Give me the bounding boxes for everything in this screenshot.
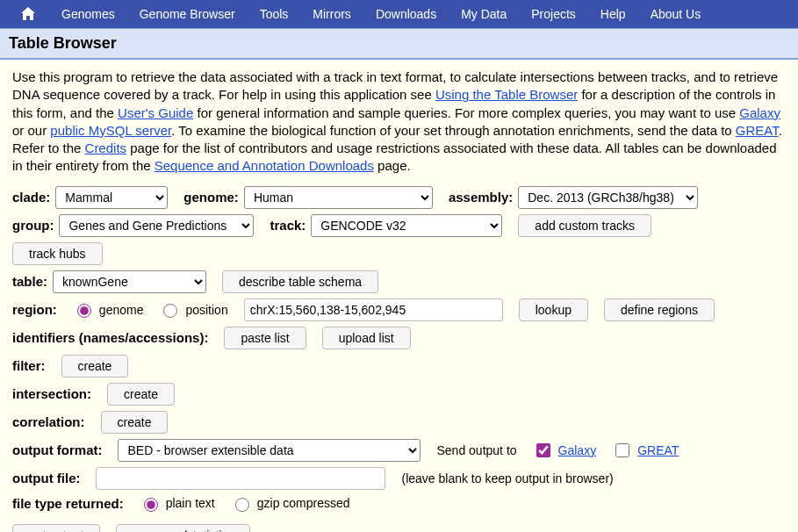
genome-label: genome:: [183, 190, 239, 205]
position-input[interactable]: [244, 298, 503, 321]
home-icon[interactable]: [7, 6, 49, 22]
link-using-table-browser[interactable]: Using the Table Browser: [435, 87, 578, 102]
correlation-create-button[interactable]: create: [101, 411, 169, 434]
nav-projects[interactable]: Projects: [519, 0, 588, 28]
content-area: Use this program to retrieve the data as…: [0, 60, 798, 532]
nav-tools[interactable]: Tools: [248, 0, 301, 28]
output-format-label: output format:: [12, 442, 102, 457]
table-select[interactable]: knownGene: [53, 270, 206, 293]
identifiers-label: identifiers (names/accessions):: [12, 330, 208, 345]
output-file-input[interactable]: [96, 467, 385, 490]
send-great-checkbox[interactable]: [615, 443, 629, 457]
send-great-link[interactable]: GREAT: [637, 443, 679, 457]
correlation-label: correlation:: [12, 414, 85, 429]
intersection-label: intersection:: [12, 386, 91, 401]
group-select[interactable]: Genes and Gene Predictions: [59, 214, 254, 237]
send-output-label: Send output to: [436, 443, 516, 457]
nav-help[interactable]: Help: [588, 0, 638, 28]
top-nav: Genomes Genome Browser Tools Mirrors Dow…: [0, 0, 798, 28]
link-mysql[interactable]: public MySQL server: [50, 123, 171, 138]
output-file-note: (leave blank to keep output in browser): [401, 471, 613, 485]
link-seq-downloads[interactable]: Sequence and Annotation Downloads: [155, 158, 374, 173]
track-hubs-button[interactable]: track hubs: [12, 242, 103, 265]
get-output-button[interactable]: get output: [12, 524, 100, 533]
region-position-radio[interactable]: [163, 304, 177, 318]
region-position-option[interactable]: position: [159, 301, 227, 318]
clade-select[interactable]: Mammal: [55, 186, 168, 209]
lookup-button[interactable]: lookup: [519, 298, 588, 321]
file-type-gzip-radio[interactable]: [235, 498, 249, 512]
nav-genome-browser[interactable]: Genome Browser: [127, 0, 248, 28]
summary-button[interactable]: summary/statistics: [116, 524, 250, 533]
describe-schema-button[interactable]: describe table schema: [222, 270, 378, 293]
nav-my-data[interactable]: My Data: [449, 0, 519, 28]
nav-mirrors[interactable]: Mirrors: [300, 0, 363, 28]
track-label: track:: [270, 218, 306, 233]
nav-downloads[interactable]: Downloads: [363, 0, 449, 28]
link-galaxy[interactable]: Galaxy: [739, 105, 780, 120]
nav-genomes[interactable]: Genomes: [49, 0, 127, 28]
send-galaxy-link[interactable]: Galaxy: [558, 443, 597, 457]
filter-create-button[interactable]: create: [61, 355, 129, 377]
region-genome-radio[interactable]: [77, 304, 91, 318]
file-type-plain-text: plain text: [166, 496, 215, 510]
link-users-guide[interactable]: User's Guide: [118, 105, 193, 120]
genome-select[interactable]: Human: [244, 186, 433, 209]
paste-list-button[interactable]: paste list: [224, 327, 306, 349]
upload-list-button[interactable]: upload list: [322, 327, 411, 349]
filter-label: filter:: [12, 358, 46, 373]
add-custom-tracks-button[interactable]: add custom tracks: [518, 214, 651, 237]
send-galaxy-option[interactable]: Galaxy: [533, 441, 597, 460]
region-genome-text: genome: [99, 303, 144, 317]
define-regions-button[interactable]: define regions: [604, 298, 715, 321]
table-label: table:: [12, 274, 47, 289]
output-format-select[interactable]: BED - browser extensible data: [118, 439, 421, 462]
send-galaxy-checkbox[interactable]: [536, 443, 550, 457]
group-label: group:: [12, 218, 54, 233]
file-type-gzip-option[interactable]: gzip compressed: [231, 495, 350, 512]
nav-about-us[interactable]: About Us: [638, 0, 714, 28]
intersection-create-button[interactable]: create: [107, 383, 175, 406]
track-select[interactable]: GENCODE v32: [311, 214, 502, 237]
region-label: region:: [12, 302, 57, 317]
page-title: Table Browser: [0, 28, 798, 60]
region-genome-option[interactable]: genome: [73, 301, 144, 318]
region-position-text: position: [185, 303, 227, 317]
file-type-plain-option[interactable]: plain text: [140, 495, 215, 512]
assembly-select[interactable]: Dec. 2013 (GRCh38/hg38): [518, 186, 698, 209]
assembly-label: assembly:: [449, 190, 513, 205]
intro-text: Use this program to retrieve the data as…: [12, 68, 786, 176]
output-file-label: output file:: [12, 471, 80, 485]
file-type-gzip-text: gzip compressed: [257, 496, 350, 510]
link-great[interactable]: GREAT: [736, 123, 779, 138]
file-type-plain-radio[interactable]: [144, 498, 158, 512]
clade-label: clade:: [12, 190, 50, 205]
send-great-option[interactable]: GREAT: [612, 441, 679, 460]
file-type-label: file type returned:: [12, 496, 124, 511]
link-credits[interactable]: Credits: [85, 140, 127, 155]
